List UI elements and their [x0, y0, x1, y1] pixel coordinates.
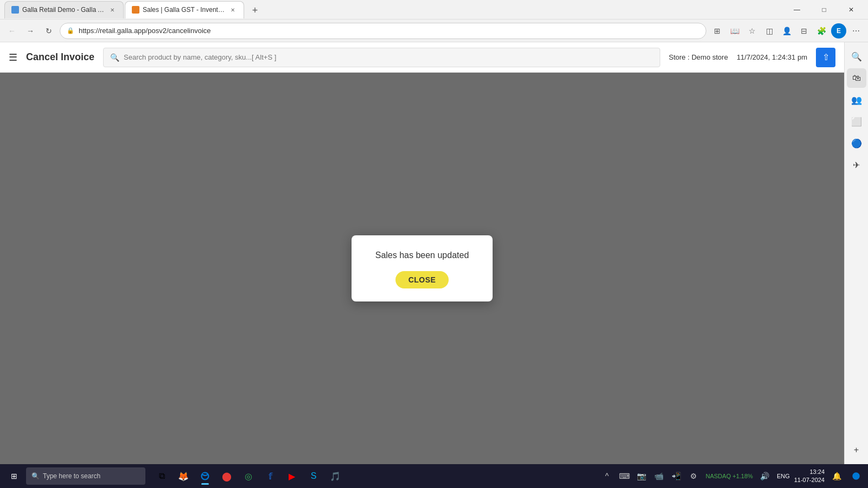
- close-button[interactable]: CLOSE: [395, 271, 449, 288]
- menu-hamburger-icon[interactable]: ☰: [9, 52, 17, 63]
- taskbar: ⊞ 🔍 Type here to search ⧉ 🦊 ⬤ ◎ 𝕗 ▶ S 🎵 …: [0, 464, 868, 488]
- keyboard-icon[interactable]: ⌨: [617, 468, 632, 484]
- window-controls: — □ ✕: [784, 1, 864, 18]
- modal-overlay: Sales has been updated CLOSE: [0, 73, 844, 464]
- modal-dialog: Sales has been updated CLOSE: [352, 235, 493, 301]
- search-icon: 🔍: [110, 53, 119, 62]
- screenshot-icon[interactable]: 📷: [634, 468, 649, 484]
- tabs-bar: Galla Retail Demo - Galla App ✕ Sales | …: [4, 1, 778, 18]
- taskbar-apps: ⧉ 🦊 ⬤ ◎ 𝕗 ▶ S 🎵: [152, 466, 345, 486]
- taskbar-search[interactable]: 🔍 Type here to search: [26, 467, 145, 485]
- taskbar-edge-icon[interactable]: [848, 468, 864, 484]
- product-search-bar[interactable]: 🔍: [103, 48, 660, 67]
- language-label: ENG: [777, 473, 790, 479]
- tab-label-sales: Sales | Galla GST - Inventory Soft...: [143, 6, 225, 14]
- taskbar-task-view[interactable]: ⧉: [152, 466, 171, 486]
- minimize-button[interactable]: —: [784, 1, 809, 18]
- toolbar-right: ⊞ 📖 ☆ ◫ 👤 ⊟ 🧩 E ⋯: [710, 23, 864, 38]
- app-header: ☰ Cancel Invoice 🔍 Store : Demo store 11…: [0, 42, 844, 73]
- clock-time: 13:24: [794, 468, 825, 476]
- notification-icon[interactable]: 🔔: [829, 468, 844, 484]
- collections-icon[interactable]: ◫: [762, 23, 777, 38]
- address-text: https://retail.galla.app/posv2/cancelinv…: [79, 27, 699, 35]
- settings-more-icon[interactable]: ⋯: [848, 23, 864, 38]
- modal-message: Sales has been updated: [375, 251, 469, 260]
- taskbar-youtube[interactable]: ▶: [282, 466, 302, 486]
- taskbar-misc[interactable]: 🎵: [326, 466, 345, 486]
- new-tab-button[interactable]: +: [247, 3, 263, 18]
- sidebar-bag-icon[interactable]: 🛍: [847, 68, 866, 88]
- taskbar-search-text: Type here to search: [43, 472, 100, 480]
- clock-date: 11-07-2024: [794, 476, 825, 484]
- sound-icon[interactable]: 🔊: [757, 468, 773, 484]
- tab-label-galla: Galla Retail Demo - Galla App: [22, 6, 105, 14]
- favorites-icon[interactable]: ☆: [744, 23, 760, 38]
- upload-button[interactable]: ⇧: [816, 48, 835, 67]
- forward-button[interactable]: →: [23, 23, 38, 38]
- tab-favicon-galla: [11, 6, 19, 14]
- video-icon[interactable]: 📹: [652, 468, 667, 484]
- browser-toolbar: ← → ↻ 🔒 https://retail.galla.app/posv2/c…: [0, 20, 868, 42]
- wallet-icon[interactable]: 👤: [779, 23, 794, 38]
- edge-sidebar: 🔍 🛍 👥 ⬜ 🔵 ✈ +: [844, 42, 868, 464]
- taskbar-icon4[interactable]: 📲: [669, 468, 684, 484]
- taskbar-chrome[interactable]: ◎: [239, 466, 258, 486]
- taskbar-firefox[interactable]: 🦊: [174, 466, 193, 486]
- back-button[interactable]: ←: [4, 23, 20, 38]
- taskbar-search-icon: 🔍: [31, 472, 40, 480]
- browser-sidebar-toggle[interactable]: ⊟: [796, 23, 812, 38]
- read-view-icon[interactable]: 📖: [727, 23, 742, 38]
- start-button[interactable]: ⊞: [4, 466, 24, 486]
- store-label: Store : Demo store: [669, 53, 728, 61]
- extensions-icon[interactable]: 🧩: [814, 23, 829, 38]
- browser-titlebar: Galla Retail Demo - Galla App ✕ Sales | …: [0, 0, 868, 20]
- refresh-button[interactable]: ↻: [41, 23, 56, 38]
- header-right: Store : Demo store 11/7/2024, 1:24:31 pm…: [669, 48, 835, 67]
- sidebar-square-icon[interactable]: ⬜: [847, 112, 866, 131]
- taskbar-skype[interactable]: S: [304, 466, 323, 486]
- search-input[interactable]: [124, 53, 653, 61]
- lock-icon: 🔒: [67, 27, 74, 34]
- settings-icon[interactable]: ⚙: [686, 468, 701, 484]
- tab-close-sales[interactable]: ✕: [228, 5, 237, 14]
- tab-favicon-sales: [132, 6, 139, 14]
- maximize-button[interactable]: □: [812, 1, 837, 18]
- nasdaq-badge: NASDAQ +1.18%: [706, 473, 753, 479]
- tab-galla[interactable]: Galla Retail Demo - Galla App ✕: [4, 1, 124, 18]
- datetime-label: 11/7/2024, 1:24:31 pm: [737, 53, 807, 61]
- system-tray: ^ ⌨ 📷 📹 📲 ⚙: [599, 468, 701, 484]
- system-clock: 13:24 11-07-2024: [794, 468, 825, 485]
- split-screen-icon[interactable]: ⊞: [710, 23, 725, 38]
- page-title: Cancel Invoice: [26, 52, 94, 63]
- taskbar-facebook[interactable]: 𝕗: [260, 466, 280, 486]
- close-window-button[interactable]: ✕: [839, 1, 864, 18]
- app-container: ☰ Cancel Invoice 🔍 Store : Demo store 11…: [0, 42, 868, 464]
- taskbar-edge[interactable]: [195, 466, 215, 486]
- sidebar-people-icon[interactable]: 👥: [847, 90, 866, 110]
- profile-avatar[interactable]: E: [831, 23, 846, 38]
- content-area: Sales has been updated CLOSE: [0, 73, 844, 464]
- sidebar-circle-icon[interactable]: 🔵: [847, 133, 866, 153]
- tab-close-galla[interactable]: ✕: [108, 5, 117, 14]
- address-bar[interactable]: 🔒 https://retail.galla.app/posv2/canceli…: [60, 23, 706, 39]
- tab-sales[interactable]: Sales | Galla GST - Inventory Soft... ✕: [125, 1, 244, 18]
- sidebar-add-icon[interactable]: +: [847, 440, 866, 460]
- taskbar-right: ^ ⌨ 📷 📹 📲 ⚙ NASDAQ +1.18% 🔊 ENG 13:24 11…: [599, 468, 864, 485]
- tray-expand-icon[interactable]: ^: [599, 468, 615, 484]
- sidebar-search-icon[interactable]: 🔍: [847, 47, 866, 66]
- app-main: ☰ Cancel Invoice 🔍 Store : Demo store 11…: [0, 42, 844, 464]
- sidebar-send-icon[interactable]: ✈: [847, 155, 866, 175]
- taskbar-ie[interactable]: ⬤: [217, 466, 237, 486]
